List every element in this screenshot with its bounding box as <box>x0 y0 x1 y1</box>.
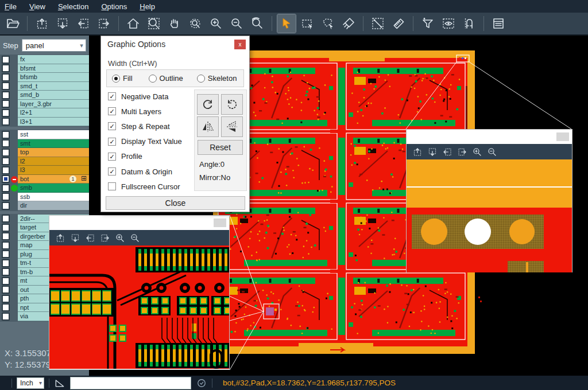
mirror-vertical-button[interactable] <box>221 116 243 137</box>
layer-checkbox[interactable] <box>2 109 10 117</box>
layer-row-l2[interactable]: l2 <box>0 157 89 166</box>
layer-checkbox[interactable] <box>2 91 10 99</box>
pan-hand-button[interactable] <box>165 14 184 33</box>
menu-selection[interactable]: Selection <box>58 2 88 11</box>
layer-name[interactable]: smt <box>18 139 89 149</box>
window-button[interactable] <box>556 132 569 141</box>
zoom-in-button[interactable] <box>470 146 485 158</box>
layer-checkbox[interactable] <box>2 139 10 147</box>
layer-checkbox[interactable] <box>2 295 10 303</box>
layer-checkbox[interactable] <box>2 224 10 232</box>
layer-row-smd_t[interactable]: smd_t <box>0 82 89 91</box>
checkbox-box[interactable]: ✓ <box>108 107 116 115</box>
zoom-previous-button[interactable] <box>248 14 266 33</box>
pan-down-button[interactable] <box>425 146 440 158</box>
menu-help[interactable]: Help <box>140 2 155 11</box>
pan-left-button[interactable] <box>83 232 98 244</box>
radio-outline[interactable]: Outline <box>149 74 183 83</box>
layer-row-bot[interactable]: bot1⊞ <box>0 175 89 184</box>
layer-checkbox[interactable] <box>2 184 10 192</box>
layer-row-ssb[interactable]: ssb <box>0 193 89 202</box>
zoom-out-button[interactable] <box>227 14 246 33</box>
checkbox-box[interactable]: ✓ <box>108 122 116 130</box>
step-select[interactable]: panel ▾ <box>22 39 86 52</box>
layer-checkbox[interactable] <box>2 149 10 157</box>
magnifier-window-bottom-left[interactable] <box>49 215 230 370</box>
layer-checkbox[interactable] <box>2 303 10 311</box>
open-folder-button[interactable] <box>3 14 22 33</box>
layer-checkbox[interactable] <box>2 64 10 72</box>
measure-line-button[interactable] <box>369 14 387 33</box>
layer-name[interactable]: smb <box>18 184 89 193</box>
menu-file[interactable]: File <box>5 2 17 11</box>
layer-checkbox[interactable] <box>2 131 10 139</box>
layer-checkbox[interactable] <box>2 277 10 285</box>
layer-name[interactable]: bfsmt <box>18 64 89 73</box>
filter-button[interactable] <box>419 14 437 33</box>
reset-button[interactable]: Reset <box>198 140 243 155</box>
radio-circle[interactable] <box>149 75 157 83</box>
magnifier-title-bar[interactable] <box>49 216 229 230</box>
pan-down-button[interactable] <box>53 14 72 33</box>
layer-checkbox[interactable] <box>2 214 10 223</box>
layers-panel-button[interactable] <box>489 14 508 33</box>
layer-row-bfsmb[interactable]: bfsmb <box>0 73 89 82</box>
checkbox-profile[interactable]: ✓Profile <box>108 152 142 161</box>
layer-checkbox[interactable] <box>2 232 10 240</box>
checkbox-datum-origin[interactable]: ✓Datum & Origin <box>108 167 172 176</box>
layer-name[interactable]: l2 <box>18 157 89 166</box>
command-input[interactable] <box>70 377 191 389</box>
layer-name[interactable]: layer_3.gbr <box>18 100 89 109</box>
layer-row-smt[interactable]: smt <box>0 139 89 149</box>
layer-name[interactable]: top <box>18 148 89 157</box>
layer-name[interactable]: l3+1 <box>18 118 89 127</box>
layer-checkbox[interactable] <box>2 193 10 201</box>
layer-row-l2+1[interactable]: l2+1 <box>0 108 89 118</box>
layer-checkbox[interactable] <box>2 259 10 267</box>
layer-checkbox[interactable] <box>2 268 10 276</box>
layer-checkbox[interactable] <box>2 100 10 108</box>
checkbox-box[interactable]: ✓ <box>108 153 116 161</box>
pan-right-button[interactable] <box>95 14 113 33</box>
layer-row-smd_b[interactable]: smd_b <box>0 91 89 100</box>
mirror-horizontal-button[interactable] <box>197 116 219 137</box>
clear-brush-button[interactable] <box>339 14 358 33</box>
magnifier-title-bar[interactable] <box>407 130 572 144</box>
layer-name[interactable]: smd_b <box>18 91 89 100</box>
layer-name[interactable]: dir <box>18 201 89 210</box>
pan-up-button[interactable] <box>33 14 51 33</box>
layer-checkbox[interactable] <box>2 73 10 81</box>
zoom-area-button[interactable] <box>145 14 163 33</box>
layer-row-fx[interactable]: fx <box>0 55 89 64</box>
layer-name[interactable]: l3 <box>18 166 89 175</box>
radio-circle[interactable] <box>197 75 205 83</box>
pan-up-button[interactable] <box>410 146 425 158</box>
rotate-cw-button[interactable] <box>197 94 219 115</box>
select-rect-button[interactable] <box>298 14 316 33</box>
layer-row-smb[interactable]: smb <box>0 184 89 193</box>
rotate-ccw-button[interactable] <box>221 94 243 115</box>
layer-name[interactable]: sst <box>18 130 89 139</box>
unit-select[interactable]: Inch ▾ <box>17 377 44 389</box>
magnifier-window-right[interactable] <box>406 129 572 272</box>
layer-checkbox[interactable] <box>2 286 10 294</box>
layer-row-l3+1[interactable]: l3+1 <box>0 118 89 127</box>
zoom-out-button[interactable] <box>127 232 142 244</box>
zoom-in-button[interactable] <box>207 14 225 33</box>
pan-left-button[interactable] <box>440 146 455 158</box>
layer-checkbox[interactable] <box>2 175 10 183</box>
select-polygon-button[interactable] <box>319 14 337 33</box>
refresh-icon[interactable] <box>196 377 207 389</box>
layer-checkbox[interactable] <box>2 166 10 174</box>
checkbox-box[interactable]: ✓ <box>108 167 116 176</box>
layer-row-sst[interactable]: sst <box>0 130 89 139</box>
pan-left-button[interactable] <box>74 14 92 33</box>
checkbox-box[interactable] <box>108 182 116 190</box>
layer-row-top[interactable]: top <box>0 148 89 157</box>
checkbox-box[interactable]: ✓ <box>108 138 116 146</box>
layer-checkbox[interactable] <box>2 118 10 126</box>
grid-icon[interactable]: ⊞ <box>81 176 87 182</box>
window-button[interactable] <box>214 219 226 227</box>
radio-skeleton[interactable]: Skeleton <box>197 74 237 83</box>
layer-checkbox[interactable] <box>2 313 10 321</box>
